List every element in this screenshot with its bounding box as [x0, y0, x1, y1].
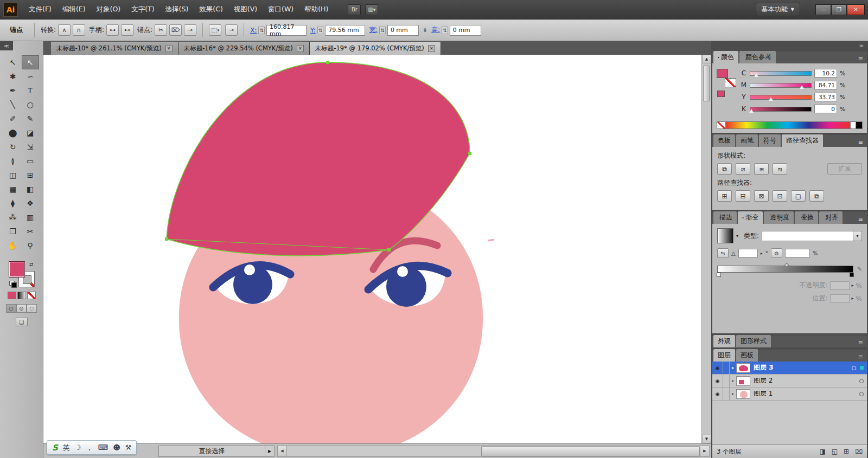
- panel-menu-icon[interactable]: ≡: [856, 215, 866, 224]
- tab-artboards[interactable]: 画板: [736, 349, 758, 362]
- doc-tab-3[interactable]: 未标题-19* @ 179.02% (CMYK/预览) ✕: [310, 42, 441, 55]
- width-input[interactable]: 0 mm: [387, 25, 419, 36]
- channel-slider[interactable]: [750, 107, 812, 112]
- delete-layer-button[interactable]: ⌧: [855, 448, 863, 455]
- width-tool[interactable]: ≬: [4, 154, 22, 168]
- expand-button[interactable]: 扩展: [827, 163, 862, 175]
- slider-thumb-icon[interactable]: [754, 73, 758, 77]
- visibility-eye-icon[interactable]: ◉: [712, 375, 723, 387]
- divide-button[interactable]: ⊞: [717, 190, 732, 202]
- pencil-tool[interactable]: ✎: [22, 112, 39, 126]
- pen-tool[interactable]: ✒: [4, 83, 22, 98]
- menu-object[interactable]: 对象(O): [91, 0, 126, 19]
- target-circle-icon[interactable]: ○: [856, 391, 867, 397]
- tab-layers[interactable]: 图层: [713, 349, 735, 362]
- channel-slider[interactable]: [750, 83, 812, 88]
- layer-row-3[interactable]: ◉ ▸ 图层 3 ○: [712, 362, 867, 375]
- select-similar-button[interactable]: ⬚ ▾: [209, 24, 221, 36]
- mesh-tool[interactable]: ▦: [4, 182, 22, 196]
- tab-appearance[interactable]: 外观: [713, 335, 735, 347]
- close-tab-icon[interactable]: ✕: [297, 45, 304, 52]
- panel-menu-icon[interactable]: ≡: [856, 138, 866, 147]
- symbol-sprayer-tool[interactable]: ⁂: [4, 210, 22, 224]
- crop-button[interactable]: ⊡: [773, 190, 787, 202]
- type-tool[interactable]: T: [22, 83, 39, 98]
- line-segment-tool[interactable]: ╲: [4, 98, 22, 112]
- panel-menu-icon[interactable]: ≡: [856, 338, 866, 347]
- punct-icon[interactable]: ，: [86, 443, 93, 453]
- maximize-button[interactable]: ❐: [831, 4, 847, 15]
- tab-align[interactable]: 对齐: [819, 211, 843, 224]
- channel-slider[interactable]: [750, 95, 812, 100]
- wrench-icon[interactable]: ⚒: [125, 443, 132, 451]
- x-input[interactable]: 160.817 mm: [266, 25, 307, 36]
- height-label[interactable]: 高:: [431, 25, 440, 35]
- target-circle-icon[interactable]: ○: [848, 365, 859, 371]
- aspect-ratio-icon[interactable]: ⊚: [771, 248, 782, 258]
- gradient-tool[interactable]: ◧: [22, 182, 39, 196]
- gradient-annotator-icon[interactable]: ✎: [857, 266, 862, 273]
- connect-path-button[interactable]: ⊸: [184, 24, 196, 36]
- close-tab-icon[interactable]: ✕: [428, 45, 435, 52]
- fill-swatch[interactable]: [717, 69, 728, 78]
- target-circle-icon[interactable]: ○: [856, 378, 867, 384]
- tab-gradient[interactable]: ⬩渐变: [738, 211, 763, 224]
- x-label[interactable]: X:: [250, 27, 257, 34]
- chevron-down-icon[interactable]: ▾: [853, 231, 861, 241]
- horizontal-scrollbar[interactable]: ◀ ▶: [277, 446, 710, 457]
- y-input[interactable]: 79.56 mm: [325, 25, 365, 36]
- gradient-fill-button[interactable]: [17, 292, 26, 299]
- convert-to-smooth-button[interactable]: ∩: [73, 24, 85, 36]
- tab-stroke[interactable]: 描边: [713, 211, 737, 224]
- tab-swatches[interactable]: 色板: [713, 134, 735, 147]
- tab-symbols[interactable]: 符号: [759, 134, 781, 147]
- tab-pathfinder[interactable]: 路径查找器: [782, 134, 823, 147]
- tab-transparency[interactable]: 透明度: [764, 211, 794, 224]
- new-layer-button[interactable]: ⊞: [844, 448, 849, 455]
- horizontal-scroll-thumb[interactable]: [481, 446, 700, 456]
- stroke-swatch[interactable]: [725, 78, 736, 87]
- panel-menu-icon[interactable]: ≡: [856, 54, 866, 63]
- chevron-right-icon[interactable]: ▸: [761, 251, 763, 256]
- blend-tool[interactable]: ❖: [22, 196, 39, 210]
- perspective-grid-tool[interactable]: ⊞: [22, 168, 39, 182]
- color-spectrum-bar[interactable]: [726, 121, 851, 129]
- menu-edit[interactable]: 编辑(E): [57, 0, 91, 19]
- direct-selection-tool[interactable]: ↖: [22, 55, 39, 69]
- doc-tab-2[interactable]: 未标题-16* @ 229.54% (CMYK/预览) ✕: [178, 42, 310, 55]
- arrange-documents-icon[interactable]: ▥▾: [365, 4, 378, 15]
- last-color-chip[interactable]: [717, 91, 725, 97]
- eraser-tool[interactable]: ◪: [22, 126, 39, 140]
- menu-window[interactable]: 窗口(W): [263, 0, 299, 19]
- layer-name[interactable]: 图层 1: [754, 389, 856, 398]
- delete-anchor-button[interactable]: ⌦: [169, 24, 182, 36]
- close-button[interactable]: ✕: [847, 4, 865, 15]
- sogou-logo[interactable]: S: [52, 443, 58, 453]
- white-chip[interactable]: [851, 121, 856, 129]
- expand-arrow-icon[interactable]: ▸: [730, 365, 736, 370]
- reverse-gradient-button[interactable]: ⇋: [717, 248, 729, 258]
- slice-tool[interactable]: ✂: [22, 224, 39, 238]
- gradient-stop-black[interactable]: [850, 273, 854, 277]
- width-label[interactable]: 宽:: [369, 25, 378, 35]
- eyedropper-tool[interactable]: ⧫: [4, 196, 22, 210]
- channel-value-input[interactable]: 33.73: [814, 93, 837, 101]
- column-graph-tool[interactable]: ▥: [22, 210, 39, 224]
- unite-button[interactable]: ⧉: [717, 163, 732, 175]
- visibility-eye-icon[interactable]: ◉: [712, 388, 723, 400]
- scroll-right-icon[interactable]: ▶: [700, 446, 710, 457]
- channel-value-input[interactable]: 10.2: [814, 69, 837, 78]
- merge-button[interactable]: ⊠: [754, 190, 769, 202]
- chevron-down-icon[interactable]: ▾: [736, 234, 738, 238]
- bridge-icon[interactable]: Br: [348, 4, 361, 15]
- tab-graphic-styles[interactable]: 图形样式: [736, 335, 771, 347]
- channel-slider[interactable]: [750, 71, 812, 76]
- slider-thumb-icon[interactable]: [800, 85, 804, 89]
- cut-path-button[interactable]: ✂: [155, 24, 167, 36]
- ellipse-tool[interactable]: ○: [22, 98, 39, 112]
- draw-inside-button[interactable]: ◌: [27, 304, 37, 313]
- artboard-canvas[interactable]: [43, 55, 701, 443]
- menu-effect[interactable]: 效果(C): [194, 0, 228, 19]
- stepper-icon[interactable]: ⇅: [317, 27, 324, 34]
- artboard-tool[interactable]: ❒: [4, 224, 22, 238]
